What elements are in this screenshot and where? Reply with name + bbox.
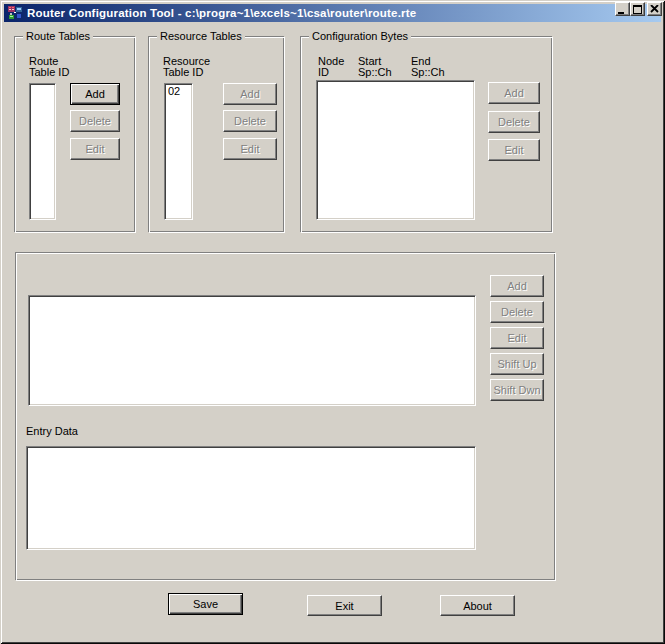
route-add-button[interactable]: Add	[70, 83, 120, 105]
route-tables-group-title: Route Tables	[23, 31, 93, 42]
configuration-bytes-group-title: Configuration Bytes	[309, 31, 411, 42]
about-button[interactable]: About	[440, 595, 515, 616]
entry-delete-button[interactable]: Delete	[490, 301, 544, 323]
resource-delete-button[interactable]: Delete	[223, 110, 277, 132]
close-icon	[650, 5, 659, 13]
resource-table-id-label: ResourceTable ID	[163, 56, 210, 78]
save-button[interactable]: Save	[168, 593, 243, 615]
maximize-icon	[633, 5, 642, 14]
window-title: Router Configuration Tool - c:\progra~1\…	[27, 4, 416, 22]
resource-edit-button[interactable]: Edit	[223, 138, 277, 160]
entry-data-box[interactable]	[26, 446, 476, 550]
titlebar[interactable]: Router Configuration Tool - c:\progra~1\…	[4, 4, 661, 22]
resource-tables-group-title: Resource Tables	[157, 31, 245, 42]
entries-listbox[interactable]	[28, 295, 476, 406]
entry-edit-button[interactable]: Edit	[490, 327, 544, 349]
route-edit-button[interactable]: Edit	[70, 138, 120, 160]
start-spch-column-header: StartSp::Ch	[358, 56, 392, 78]
route-table-id-listbox[interactable]	[29, 83, 56, 220]
app-icon	[7, 5, 23, 21]
config-add-button[interactable]: Add	[488, 82, 540, 104]
entry-data-label: Entry Data	[26, 426, 78, 437]
end-spch-column-header: EndSp::Ch	[411, 56, 445, 78]
config-delete-button[interactable]: Delete	[488, 111, 540, 133]
entry-shift-down-button[interactable]: Shift Dwn	[490, 379, 544, 401]
route-table-id-label: RouteTable ID	[29, 56, 69, 78]
minimize-button[interactable]	[615, 2, 630, 16]
resource-add-button[interactable]: Add	[223, 83, 277, 105]
app-window: Router Configuration Tool - c:\progra~1\…	[0, 0, 665, 644]
close-button[interactable]	[647, 2, 662, 16]
node-id-column-header: NodeID	[318, 56, 344, 78]
exit-button[interactable]: Exit	[307, 595, 382, 616]
minimize-icon	[618, 5, 627, 14]
resource-table-list-item[interactable]: 02	[165, 84, 192, 98]
resource-table-id-listbox[interactable]: 02	[164, 83, 193, 220]
route-delete-button[interactable]: Delete	[70, 110, 120, 132]
entry-shift-up-button[interactable]: Shift Up	[490, 353, 544, 375]
maximize-button[interactable]	[630, 2, 645, 16]
configuration-bytes-listbox[interactable]	[316, 80, 475, 220]
entry-add-button[interactable]: Add	[490, 275, 544, 297]
config-edit-button[interactable]: Edit	[488, 139, 540, 161]
